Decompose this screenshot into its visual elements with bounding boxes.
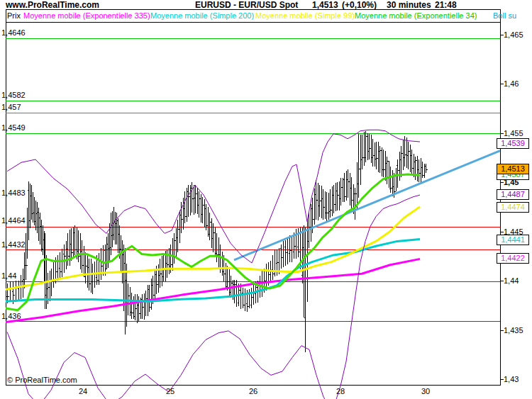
right-axis-label: 1,44	[504, 277, 519, 285]
x-axis-label: 28	[336, 388, 345, 395]
chart-content	[6, 131, 500, 353]
price-badge: 1,4513	[497, 164, 529, 174]
left-price-label[interactable]: 1,4483	[1, 189, 26, 197]
legend-item[interactable]: Prix	[7, 12, 21, 20]
right-axis-label: 1,435	[504, 327, 523, 335]
left-price-label[interactable]: 1,4549	[1, 124, 26, 132]
price-badge: 1,4487	[497, 189, 529, 200]
left-price-label[interactable]: 1,4582	[1, 91, 26, 99]
chart-plot-area[interactable]	[0, 0, 532, 399]
x-axis-label: 25	[166, 388, 174, 395]
x-axis-label: 24	[79, 388, 87, 395]
plot-border	[6, 10, 501, 386]
right-axis-label: 1,46	[504, 80, 519, 88]
left-price-label[interactable]: 1,44	[1, 272, 16, 280]
price-badge: 1,4539	[497, 138, 529, 149]
x-axis-label: 26	[249, 388, 257, 395]
price-badge: 1,4441	[497, 235, 529, 245]
watermark: © ProRealTime.com	[7, 376, 77, 384]
right-axis-label: 1,465	[504, 31, 523, 39]
trendline[interactable]	[234, 151, 500, 260]
legend-item[interactable]: Moyenne mobile (Simple 99)	[255, 12, 355, 20]
legend-item[interactable]: Boll su	[493, 12, 516, 20]
price-badge: 1,4474	[497, 202, 529, 213]
price-badge: 1,4422	[497, 253, 529, 264]
legend-item[interactable]: Moyenne mobile (Exponentielle 335)	[23, 12, 150, 20]
price-bars	[6, 131, 428, 353]
right-axis-label: 1,45	[504, 179, 519, 186]
legend-item[interactable]: Moyenne mobile (Simple 200)	[150, 12, 254, 20]
right-axis-label: 1,445	[504, 228, 523, 236]
left-price-label[interactable]: 1,436	[1, 313, 21, 320]
left-price-label[interactable]: 1,4432	[1, 241, 26, 249]
left-price-label[interactable]: 1,4646	[1, 29, 26, 37]
x-axis-label: 30	[421, 388, 430, 395]
right-axis-label: 1,455	[504, 130, 523, 137]
prorealtime-chart-window: { "header": { "site": "www.ProRealTime.c…	[0, 0, 532, 399]
right-axis-label: 1,43	[504, 376, 519, 383]
left-price-label[interactable]: 1,457	[1, 103, 21, 111]
left-price-label[interactable]: 1,4464	[1, 217, 26, 225]
legend-item[interactable]: Moyenne mobile (Exponentielle 34)	[355, 12, 477, 20]
